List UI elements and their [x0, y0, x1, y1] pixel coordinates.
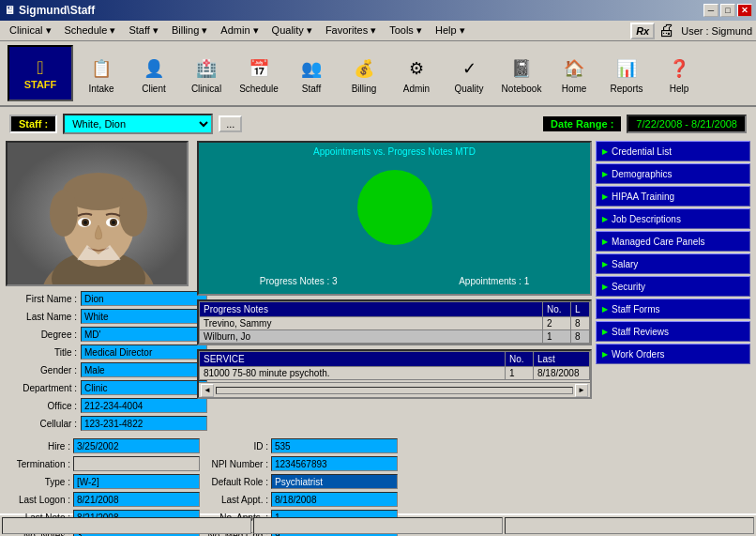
toolbar-schedule[interactable]: 📅 Schedule	[234, 45, 283, 101]
staff-reviews-button[interactable]: ▶ Staff Reviews	[596, 321, 750, 342]
printer-icon[interactable]: 🖨	[658, 21, 675, 40]
degree-input[interactable]	[81, 327, 207, 342]
menu-quality[interactable]: Quality ▾	[266, 23, 318, 38]
toolbar-client[interactable]: 👤 Client	[129, 45, 178, 101]
close-button[interactable]: ✕	[737, 4, 752, 17]
title-label: Title :	[6, 347, 81, 358]
toolbar-help[interactable]: ❓ Help	[655, 45, 703, 101]
app-icon: 🖥	[4, 4, 15, 17]
salary-button[interactable]: ▶ Salary	[596, 253, 750, 274]
title-row: Title :	[6, 344, 193, 360]
intake-icon: 📋	[86, 54, 116, 84]
credential-list-button[interactable]: ▶ Credential List	[596, 141, 750, 161]
pn-no-1: 2	[543, 317, 571, 330]
toolbar-client-label: Client	[142, 84, 166, 94]
termination-input[interactable]	[73, 456, 200, 471]
scroll-left-button[interactable]: ◄	[201, 384, 214, 397]
job-descriptions-label: Job Descriptions	[612, 214, 681, 224]
rx-box[interactable]: Rx	[630, 23, 655, 39]
toolbar-staff-icon: 👥	[296, 54, 326, 84]
office-row: Office :	[6, 397, 193, 414]
gender-row: Gender :	[6, 361, 193, 378]
status-segment-1	[2, 517, 251, 534]
security-button[interactable]: ▶ Security	[596, 276, 750, 297]
menu-clinical[interactable]: Clinical ▾	[4, 23, 57, 38]
last-logon-input[interactable]	[73, 492, 200, 507]
scroll-right-button[interactable]: ►	[575, 384, 588, 397]
menu-schedule[interactable]: Schedule ▾	[59, 23, 122, 38]
job-descriptions-button[interactable]: ▶ Job Descriptions	[596, 208, 750, 229]
hire-label: Hire :	[6, 441, 73, 452]
menu-admin[interactable]: Admin ▾	[215, 23, 264, 38]
demographics-button[interactable]: ▶ Demographics	[596, 163, 750, 184]
billing-icon: 💰	[349, 54, 379, 84]
fields-panel: First Name : Last Name : Degree : Title …	[6, 290, 193, 432]
status-bar	[0, 513, 756, 534]
department-input[interactable]	[81, 380, 207, 395]
horizontal-scrollbar[interactable]	[216, 387, 573, 394]
pn-col3-header: L	[571, 302, 590, 317]
toolbar-billing[interactable]: 💰 Billing	[340, 45, 388, 101]
content-grid: First Name : Last Name : Degree : Title …	[6, 141, 750, 510]
termination-row: Termination :	[6, 455, 200, 472]
svc-col3-header: Last	[534, 352, 590, 367]
cellular-label: Cellular :	[6, 419, 81, 429]
menu-tools[interactable]: Tools ▾	[384, 23, 428, 38]
staff-dropdown[interactable]: White, Dion	[63, 114, 213, 134]
cellular-input[interactable]	[81, 416, 207, 431]
title-text: Sigmund\Staff	[19, 4, 95, 17]
maximize-button[interactable]: □	[720, 4, 735, 17]
staff-selector-label: Staff :	[9, 115, 57, 133]
hipaa-training-button[interactable]: ▶ HIPAA Training	[596, 186, 750, 207]
first-name-input[interactable]	[81, 291, 207, 306]
toolbar-home[interactable]: 🏠 Home	[550, 45, 598, 101]
table-row[interactable]: 81000 75-80 minute psychoth. 1 8/18/2008	[200, 367, 590, 380]
menu-billing[interactable]: Billing ▾	[166, 23, 213, 38]
svc-col2-header: No.	[506, 352, 534, 367]
clinical-icon: 🏥	[191, 54, 221, 84]
middle-panel: Appointments vs. Progress Notes MTD Prog…	[197, 141, 592, 536]
hire-input[interactable]	[73, 438, 200, 453]
toolbar-admin[interactable]: ⚙ Admin	[392, 45, 441, 101]
date-range-value: 7/22/2008 - 8/21/2008	[627, 115, 747, 133]
managed-care-panels-button[interactable]: ▶ Managed Care Panels	[596, 231, 750, 252]
status-segment-2	[253, 517, 503, 534]
staff-toolbar-button[interactable]: 𓀐 STAFF	[8, 45, 73, 101]
chart-area: Appointments vs. Progress Notes MTD Prog…	[197, 141, 592, 296]
toolbar-notebook[interactable]: 📓 Notebook	[497, 45, 546, 101]
menu-help[interactable]: Help ▾	[430, 23, 471, 38]
last-name-input[interactable]	[81, 309, 207, 324]
toolbar-staff-label: Staff	[302, 84, 321, 94]
minimize-button[interactable]: ─	[703, 4, 718, 17]
arrow-icon: ▶	[602, 215, 608, 223]
appointments-legend: Appointments : 1	[459, 276, 529, 286]
menu-bar: Clinical ▾ Schedule ▾ Staff ▾ Billing ▾ …	[0, 21, 756, 41]
staff-forms-button[interactable]: ▶ Staff Forms	[596, 299, 750, 319]
office-input[interactable]	[81, 398, 207, 413]
last-name-label: Last Name :	[6, 312, 81, 322]
degree-row: Degree :	[6, 326, 193, 343]
toolbar: 𓀐 STAFF 📋 Intake 👤 Client 🏥 Clinical 📅 S…	[0, 41, 756, 107]
svc-name-1: 81000 75-80 minute psychoth.	[200, 367, 506, 380]
type-input[interactable]	[73, 474, 200, 489]
toolbar-billing-label: Billing	[352, 84, 377, 94]
toolbar-clinical[interactable]: 🏥 Clinical	[182, 45, 231, 101]
admin-icon: ⚙	[401, 54, 431, 84]
toolbar-staff[interactable]: 👥 Staff	[287, 45, 336, 101]
title-input[interactable]	[81, 345, 207, 360]
progress-notes-table-container: Progress Notes No. L Trevino, Sammy 2 8 …	[197, 299, 592, 345]
photo-svg	[8, 143, 189, 286]
menu-staff[interactable]: Staff ▾	[123, 23, 163, 38]
toolbar-quality[interactable]: ✓ Quality	[445, 45, 493, 101]
work-orders-button[interactable]: ▶ Work Orders	[596, 344, 750, 364]
toolbar-intake[interactable]: 📋 Intake	[77, 45, 126, 101]
dots-button[interactable]: ...	[219, 115, 242, 132]
gender-input[interactable]	[81, 362, 207, 377]
main-area: Staff : White, Dion ... Date Range : 7/2…	[0, 107, 756, 513]
table-row[interactable]: Trevino, Sammy 2 8	[200, 317, 590, 330]
arrow-icon: ▶	[602, 147, 608, 156]
toolbar-reports[interactable]: 📊 Reports	[602, 45, 651, 101]
menu-favorites[interactable]: Favorites ▾	[320, 23, 382, 38]
table-row[interactable]: Wilburn, Jo 1 8	[200, 330, 590, 344]
quality-icon: ✓	[454, 54, 484, 84]
